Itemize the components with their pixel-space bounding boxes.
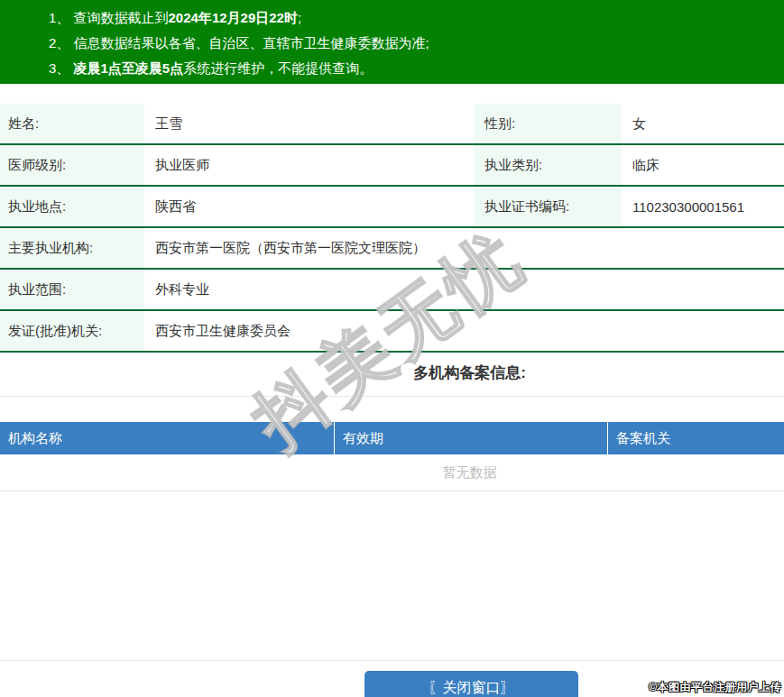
notice-line-1: 1、 查询数据截止到2024年12月29日22时; xyxy=(49,5,775,31)
field-label: 执业证书编码: xyxy=(474,187,622,226)
notice-text-segment: 系统进行维护，不能提供查询。 xyxy=(183,60,373,76)
field-value: 西安市第一医院（西安市第一医院文理医院） xyxy=(144,228,784,268)
table-row: 医师级别:执业医师执业类别:临床 xyxy=(0,145,784,187)
records-column-header: 备案机关 xyxy=(607,422,784,454)
notice-list: 1、 查询数据截止到2024年12月29日22时;2、 信息数据结果以各省、自治… xyxy=(49,5,775,81)
field-label: 发证(批准)机关: xyxy=(0,311,144,351)
records-column-header: 机构名称 xyxy=(0,422,334,454)
field-value: 执业医师 xyxy=(144,145,474,185)
notice-text-segment: ; xyxy=(298,10,301,25)
field-label: 医师级别: xyxy=(0,145,144,185)
info-table: 姓名:王雪性别:女医师级别:执业医师执业类别:临床执业地点:陕西省执业证书编码:… xyxy=(0,104,784,353)
table-row: 执业地点:陕西省执业证书编码:110230300001561 xyxy=(0,187,784,228)
table-row: 姓名:王雪性别:女 xyxy=(0,104,784,145)
notice-line-2: 2、 信息数据结果以各省、自治区、直辖市卫生健康委数据为准; xyxy=(49,31,775,56)
field-value: 110230300001561 xyxy=(622,187,784,226)
field-value: 西安市卫生健康委员会 xyxy=(144,311,784,351)
notice-line-3: 3、 凌晨1点至凌晨5点系统进行维护，不能提供查询。 xyxy=(49,56,775,81)
records-empty-row: 暂无数据 xyxy=(0,454,784,491)
footer: 〖关闭窗口〗 ©本图由平台注册用户上传 xyxy=(0,661,784,697)
field-label: 执业类别: xyxy=(474,145,622,185)
notice-text-segment: 1、 查询数据截止到 xyxy=(49,10,169,25)
notice-bold-segment: 2024年12月29日22时 xyxy=(169,10,298,25)
field-label: 性别: xyxy=(474,104,622,143)
section-title: 多机构备案信息: xyxy=(413,364,526,381)
field-label: 姓名: xyxy=(0,104,144,143)
notice-text-segment: 3、 xyxy=(49,60,74,76)
close-window-button[interactable]: 〖关闭窗口〗 xyxy=(364,671,578,697)
copyright-watermark-text: ©本图由平台注册用户上传 xyxy=(649,680,781,695)
notice-banner: 1、 查询数据截止到2024年12月29日22时;2、 信息数据结果以各省、自治… xyxy=(0,0,784,84)
field-label: 执业地点: xyxy=(0,187,144,226)
notice-text-segment: 2、 信息数据结果以各省、自治区、直辖市卫生健康委数据为准; xyxy=(49,35,429,50)
spacer-top xyxy=(0,84,784,104)
field-value: 临床 xyxy=(622,145,784,185)
notice-bold-segment: 凌晨1点至凌晨5点 xyxy=(74,60,184,76)
table-row: 发证(批准)机关:西安市卫生健康委员会 xyxy=(0,311,784,353)
table-row: 主要执业机构:西安市第一医院（西安市第一医院文理医院） xyxy=(0,228,784,270)
section-title-row: 多机构备案信息: xyxy=(0,353,784,397)
field-value: 女 xyxy=(622,104,784,143)
spacer-mid xyxy=(0,397,784,422)
field-value: 外科专业 xyxy=(144,270,784,309)
spacer-bottom xyxy=(0,491,784,661)
table-row: 执业范围:外科专业 xyxy=(0,270,784,311)
field-value: 陕西省 xyxy=(144,187,474,226)
field-label: 主要执业机构: xyxy=(0,228,144,268)
records-column-header: 有效期 xyxy=(334,422,607,454)
records-table-header: 机构名称有效期备案机关 xyxy=(0,422,784,454)
field-label: 执业范围: xyxy=(0,270,144,309)
field-value: 王雪 xyxy=(144,104,474,143)
